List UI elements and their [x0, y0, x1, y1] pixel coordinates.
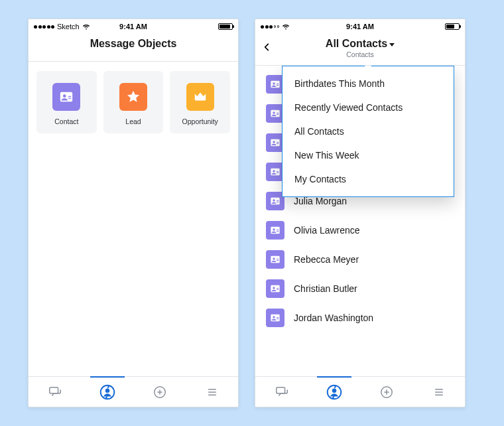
- content-area: Julia MorganOlivia LawrenceRebecca Meyer…: [255, 66, 465, 376]
- contact-row[interactable]: Rebecca Meyer: [255, 245, 465, 274]
- contact-card-icon: [266, 250, 284, 269]
- carrier-label: Sketch: [57, 23, 80, 31]
- tile-contact[interactable]: Contact: [36, 71, 97, 133]
- tab-add[interactable]: [373, 379, 400, 405]
- popover-item[interactable]: Recently Viewed Contacts: [283, 96, 454, 119]
- signal-strength-icon: [34, 25, 54, 29]
- signal-strength-icon: [261, 25, 279, 29]
- battery-icon: [445, 23, 460, 30]
- tab-contacts[interactable]: [321, 379, 347, 405]
- contact-name: Julia Morgan: [294, 196, 347, 206]
- title-dropdown[interactable]: All Contacts: [262, 38, 458, 50]
- tile-lead[interactable]: Lead: [103, 71, 164, 133]
- wifi-icon: [282, 23, 290, 30]
- contact-card-icon: [266, 279, 284, 298]
- tab-add[interactable]: [147, 379, 173, 405]
- tab-contacts[interactable]: [94, 379, 121, 405]
- status-bar: 9:41 AM: [255, 19, 465, 34]
- popover-item[interactable]: All Contacts: [283, 119, 454, 143]
- nav-bar: Message Objects: [29, 34, 238, 62]
- contact-row[interactable]: Olivia Lawrence: [255, 216, 465, 245]
- object-tiles: Contact Lead Opportunity: [29, 62, 238, 143]
- svg-point-2: [105, 388, 109, 393]
- status-bar: Sketch 9:41 AM: [29, 19, 238, 34]
- popover-item[interactable]: My Contacts: [283, 167, 454, 191]
- wifi-icon: [82, 23, 90, 30]
- contact-name: Olivia Lawrence: [294, 225, 360, 236]
- tab-bar: [29, 376, 238, 407]
- chevron-down-icon: [389, 43, 395, 46]
- contact-row[interactable]: Christian Butler: [255, 274, 465, 303]
- tab-menu[interactable]: [199, 379, 225, 405]
- popover-item[interactable]: New This Week: [283, 143, 454, 167]
- svg-rect-0: [49, 387, 58, 393]
- tile-label: Opportunity: [182, 117, 218, 125]
- tab-indicator: [90, 376, 125, 378]
- tab-menu[interactable]: [426, 379, 452, 405]
- tile-label: Contact: [54, 117, 78, 125]
- tab-chat[interactable]: [42, 379, 68, 405]
- contact-name: Jordan Washington: [294, 313, 373, 323]
- content-area: Contact Lead Opportunity: [29, 62, 238, 376]
- svg-rect-4: [276, 387, 284, 393]
- tile-label: Lead: [125, 117, 141, 125]
- filter-popover: Birthdates This MonthRecently Viewed Con…: [282, 66, 454, 197]
- contact-row[interactable]: Jordan Washington: [255, 303, 465, 332]
- page-title: Message Objects: [35, 38, 231, 50]
- contact-card-icon: [266, 221, 284, 240]
- contact-card-icon: [266, 309, 284, 327]
- star-icon: [119, 83, 147, 111]
- page-title: All Contacts: [326, 38, 387, 50]
- contact-name: Rebecca Meyer: [294, 254, 359, 265]
- contact-card-icon: [52, 83, 80, 111]
- phone-all-contacts: 9:41 AM All Contacts Contacts Julia Morg…: [255, 19, 466, 407]
- phone-message-objects: Sketch 9:41 AM Message Objects Contact: [28, 19, 239, 407]
- tab-bar: [255, 376, 465, 407]
- tab-indicator: [317, 376, 351, 378]
- page-subtitle: Contacts: [262, 50, 458, 58]
- back-button[interactable]: [262, 40, 271, 54]
- nav-bar: All Contacts Contacts: [255, 34, 465, 66]
- crown-icon: [186, 83, 214, 111]
- battery-icon: [218, 23, 233, 30]
- tile-opportunity[interactable]: Opportunity: [170, 71, 230, 133]
- contact-name: Christian Butler: [294, 283, 357, 294]
- tab-chat[interactable]: [269, 379, 295, 405]
- svg-point-6: [332, 388, 336, 393]
- popover-item[interactable]: Birthdates This Month: [283, 72, 454, 96]
